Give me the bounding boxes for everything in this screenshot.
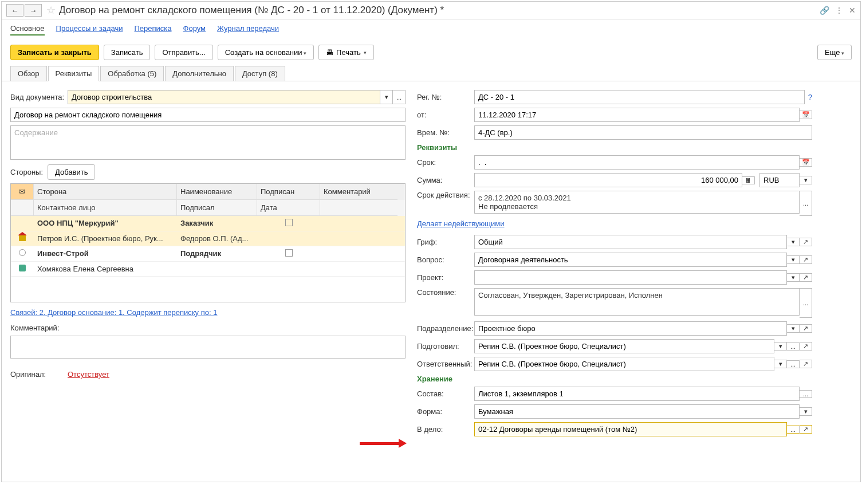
open-icon[interactable]: ↗ bbox=[800, 238, 812, 246]
question-input[interactable] bbox=[474, 253, 787, 267]
open-icon[interactable]: ↗ bbox=[800, 425, 812, 434]
dropdown-icon[interactable]: ▾ bbox=[787, 255, 800, 264]
th-name: Наименование bbox=[177, 184, 257, 200]
th-icon: ✉ bbox=[11, 184, 34, 200]
comp-input[interactable] bbox=[474, 387, 800, 401]
nav-processes[interactable]: Процессы и задачи bbox=[56, 24, 123, 36]
close-icon[interactable]: ✕ bbox=[849, 6, 856, 15]
state-label: Состояние: bbox=[417, 288, 474, 297]
print-button[interactable]: 🖶Печать bbox=[318, 45, 374, 60]
dropdown-icon[interactable]: ▾ bbox=[787, 273, 800, 282]
open-icon[interactable]: ↗ bbox=[800, 273, 812, 282]
invalid-link[interactable]: Делает недействующими bbox=[417, 219, 504, 228]
ellipsis-icon[interactable]: ... bbox=[800, 191, 812, 216]
arrow-annotation bbox=[360, 442, 400, 445]
content-textarea[interactable]: Содержание bbox=[10, 125, 406, 160]
dropdown-icon[interactable]: ▾ bbox=[787, 238, 800, 246]
from-date-input[interactable] bbox=[474, 108, 800, 122]
dropdown-icon[interactable]: ▾ bbox=[800, 407, 812, 416]
term-input[interactable] bbox=[474, 155, 800, 170]
grif-input[interactable] bbox=[474, 235, 787, 249]
dropdown-icon[interactable]: ▾ bbox=[774, 360, 787, 368]
tab-details[interactable]: Реквизиты bbox=[48, 66, 100, 81]
doc-type-input[interactable] bbox=[68, 90, 380, 104]
save-button[interactable]: Записать bbox=[104, 45, 151, 60]
temp-no-input[interactable] bbox=[474, 125, 812, 140]
comment-textarea[interactable] bbox=[10, 336, 406, 359]
state-textarea[interactable]: Согласован, Утвержден, Зарегистрирован, … bbox=[474, 288, 800, 316]
reg-no-input[interactable] bbox=[474, 90, 805, 104]
add-side-button[interactable]: Добавить bbox=[48, 164, 95, 180]
valid-label: Срок действия: bbox=[417, 191, 474, 199]
table-row[interactable]: Инвест-Строй Подрядчик bbox=[11, 246, 405, 262]
more-vert-icon[interactable]: ⋮ bbox=[835, 6, 843, 15]
favorite-star-icon[interactable]: ☆ bbox=[46, 4, 56, 17]
section-storage: Хранение bbox=[417, 375, 812, 383]
th-comment: Комментарий bbox=[320, 184, 397, 200]
from-label: от: bbox=[417, 111, 474, 119]
radio-icon[interactable] bbox=[19, 249, 26, 256]
calc-icon[interactable]: 🖩 bbox=[742, 176, 755, 184]
tab-additional[interactable]: Дополнительно bbox=[165, 66, 234, 81]
table-row[interactable]: Петров И.С. (Проектное бюро, Рук... Федо… bbox=[11, 231, 405, 246]
project-input[interactable] bbox=[474, 270, 787, 285]
dropdown-icon[interactable]: ▾ bbox=[380, 90, 393, 104]
nav-main[interactable]: Основное bbox=[10, 24, 45, 36]
create-based-button[interactable]: Создать на основании bbox=[218, 45, 314, 60]
ellipsis-icon[interactable]: ... bbox=[787, 360, 800, 368]
save-close-button[interactable]: Записать и закрыть bbox=[10, 45, 99, 60]
th-signed-by: Подписал bbox=[177, 200, 257, 216]
section-rekvizity: Реквизиты bbox=[417, 143, 812, 152]
link-icon[interactable]: 🔗 bbox=[820, 6, 829, 15]
relations-link[interactable]: Связей: 2. Договор основание: 1. Содержи… bbox=[10, 308, 217, 317]
tab-processing[interactable]: Обработка (5) bbox=[100, 66, 164, 81]
nav-journal[interactable]: Журнал передачи bbox=[217, 24, 279, 36]
dept-input[interactable] bbox=[474, 321, 787, 336]
table-row[interactable]: Хомякова Елена Сергеевна bbox=[11, 262, 405, 277]
checkbox-icon[interactable] bbox=[285, 249, 293, 257]
prepared-input[interactable] bbox=[474, 339, 774, 353]
open-icon[interactable]: ↗ bbox=[800, 255, 812, 264]
open-icon[interactable]: ↗ bbox=[800, 342, 812, 351]
tab-access[interactable]: Доступ (8) bbox=[235, 66, 285, 81]
more-button[interactable]: Еще bbox=[817, 45, 852, 60]
house-icon bbox=[19, 235, 26, 241]
calendar-icon[interactable]: 📅 bbox=[800, 111, 812, 119]
ellipsis-icon[interactable]: ... bbox=[787, 426, 800, 434]
valid-textarea[interactable]: с 28.12.2020 по 30.03.2021 Не продлевает… bbox=[474, 191, 800, 214]
nav-forum[interactable]: Форум bbox=[183, 24, 206, 36]
dropdown-icon[interactable]: ▾ bbox=[800, 176, 812, 184]
sides-table: ✉ Сторона Наименование Подписан Коммента… bbox=[10, 183, 406, 302]
currency-input[interactable] bbox=[759, 173, 800, 187]
sum-input[interactable] bbox=[474, 173, 742, 187]
th-contact: Контактное лицо bbox=[34, 200, 177, 216]
tab-overview[interactable]: Обзор bbox=[10, 66, 47, 81]
doc-type-label: Вид документа: bbox=[10, 93, 68, 101]
sides-label: Стороны: bbox=[10, 168, 43, 176]
table-row[interactable]: ООО НПЦ "Меркурий" Заказчик bbox=[11, 216, 405, 231]
ellipsis-icon[interactable]: ... bbox=[800, 390, 812, 398]
dropdown-icon[interactable]: ▾ bbox=[787, 324, 800, 333]
printer-icon: 🖶 bbox=[326, 48, 333, 57]
nav-correspondence[interactable]: Переписка bbox=[135, 24, 172, 36]
open-icon[interactable]: ↗ bbox=[800, 324, 812, 333]
open-icon[interactable]: ↗ bbox=[800, 360, 812, 368]
resp-input[interactable] bbox=[474, 357, 774, 371]
checkbox-icon[interactable] bbox=[285, 219, 293, 226]
th-side: Сторона bbox=[34, 184, 177, 200]
nav-forward-button[interactable]: → bbox=[25, 4, 42, 17]
ellipsis-icon[interactable]: ... bbox=[800, 288, 812, 318]
send-button[interactable]: Отправить... bbox=[155, 45, 212, 60]
help-icon[interactable]: ? bbox=[808, 93, 812, 101]
grif-label: Гриф: bbox=[417, 238, 474, 246]
doc-name-input[interactable] bbox=[10, 108, 406, 122]
ellipsis-icon[interactable]: ... bbox=[393, 90, 406, 104]
calendar-icon[interactable]: 📅 bbox=[800, 158, 812, 167]
comment-label: Комментарий: bbox=[10, 324, 68, 332]
ellipsis-icon[interactable]: ... bbox=[787, 342, 800, 351]
form-input[interactable] bbox=[474, 404, 800, 419]
dropdown-icon[interactable]: ▾ bbox=[774, 342, 787, 351]
nav-back-button[interactable]: ← bbox=[6, 4, 23, 17]
original-link[interactable]: Отсутствует bbox=[68, 370, 109, 379]
case-input[interactable] bbox=[474, 422, 787, 436]
